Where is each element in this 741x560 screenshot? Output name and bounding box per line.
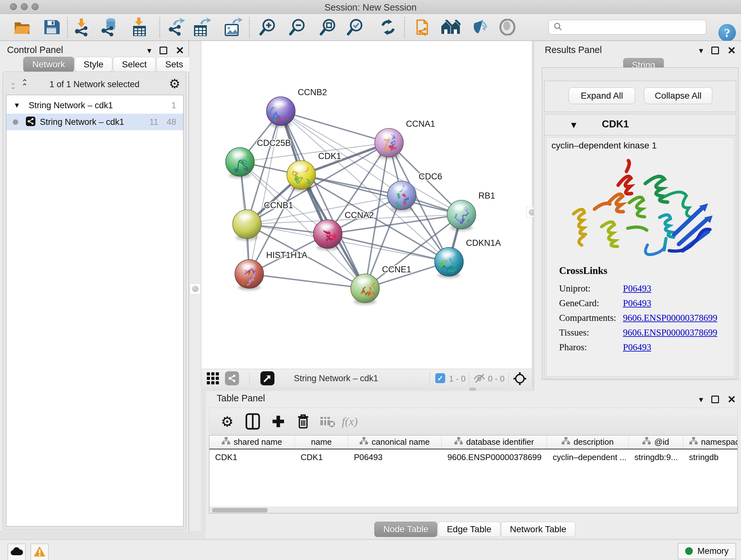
edge-CCNB2-HIST1H1A[interactable] [249,111,281,274]
column-header-description[interactable]: description [547,435,629,449]
tab-node-table[interactable]: Node Table [374,522,437,537]
grid-view-button[interactable] [206,371,220,385]
node-HIST1H1A[interactable]: HIST1H1A [235,250,307,290]
export-network-button[interactable] [166,18,186,38]
node-RB1[interactable]: RB1 [447,191,495,231]
horizontal-divider-handle[interactable] [469,388,476,391]
scrollbar-thumb[interactable] [212,508,268,512]
tab-select[interactable]: Select [113,57,156,72]
collapse-all-button[interactable]: Collapse All [644,87,712,104]
zoom-out-button[interactable] [287,18,307,38]
birdseye-crosshair-icon[interactable] [513,372,527,387]
edge-CCNB2-CCNE1[interactable] [281,111,365,288]
node-CCNA1[interactable]: CCNA1 [375,119,435,159]
network-view-canvas[interactable]: CCNB2CCNA1CDC25BCDK1CDC6RB1CCNB1CCNA2CDK… [201,41,532,369]
maximize-panel-icon[interactable] [711,395,719,403]
close-panel-icon[interactable]: ✕ [727,45,736,56]
network-options-gear-icon[interactable]: ⚙ [169,76,180,91]
zoom-fit-button[interactable] [318,18,337,38]
column-header-@id[interactable]: @id [629,435,683,449]
delete-column-trash-icon[interactable] [294,413,312,430]
main-toolbar: ? [0,14,741,41]
float-panel-icon[interactable]: ▾ [699,395,703,403]
float-panel-icon[interactable]: ▾ [699,46,703,55]
maximize-panel-icon[interactable] [159,47,167,54]
edge-HIST1H1A-CCNE1[interactable] [249,274,365,288]
selected-checkbox[interactable]: ✓ [435,373,445,383]
open-session-button[interactable] [12,18,32,38]
export-image-button[interactable] [223,18,243,38]
tab-network-table[interactable]: Network Table [501,522,576,537]
string-settings-button[interactable] [470,18,490,38]
import-network-from-file-button[interactable] [72,18,91,38]
zoom-in-button[interactable] [257,18,277,38]
collapse-gene-icon[interactable]: ▼ [569,120,578,130]
table-horizontal-scrollbar[interactable] [209,507,738,513]
import-table-from-file-button[interactable] [130,18,149,38]
close-panel-icon[interactable]: ✕ [176,45,184,56]
save-session-button[interactable] [42,18,61,38]
column-header-canonical-name[interactable]: canonical name [348,435,442,449]
node-label: RB1 [478,191,495,200]
network-view-mode-button[interactable] [225,371,239,385]
node-label: HIST1H1A [266,250,307,260]
tab-network[interactable]: Network [23,57,74,72]
column-header-shared-name[interactable]: shared name [209,435,295,449]
expand-all-button[interactable]: Expand All [569,87,635,104]
edge-CCNB2-CCNA1[interactable] [281,111,389,143]
column-header-name[interactable]: name [295,435,348,449]
close-panel-icon[interactable]: ✕ [727,394,736,405]
export-table-button[interactable] [192,18,212,38]
import-network-from-database-button[interactable] [100,18,120,38]
zoom-selected-button[interactable] [345,18,364,38]
node-CDKN1A[interactable]: CDKN1A [434,238,501,278]
cloud-status-button[interactable] [8,544,25,560]
refresh-button[interactable] [378,18,398,38]
help-button[interactable]: ? [718,24,736,42]
crosslink-link[interactable]: P06493 [623,283,651,294]
node-CDC25B[interactable]: CDC25B [226,138,291,178]
tree-attribute-icon [360,437,368,447]
function-builder-icon[interactable]: f(x) [341,413,359,430]
divider-handle[interactable] [190,284,201,294]
table-panel: Table Panel ▾ ✕ ⚙ f(x) shared [206,391,741,538]
delete-table-icon[interactable] [319,413,336,430]
zoom-in-icon [258,18,276,37]
crosslinks-section: CrossLinks Uniprot:P06493GeneCard:P06493… [559,265,731,354]
network-row-selected[interactable]: String Network – cdk1 11 48 [6,114,183,130]
column-header-namespace[interactable]: namespace [683,435,738,449]
search-input[interactable] [565,21,706,34]
node-label: CCNB1 [264,200,293,210]
table-settings-gear-icon[interactable]: ⚙ [218,413,236,430]
show-columns-icon[interactable] [244,413,262,430]
string-glass-ball-button[interactable] [497,18,517,38]
warning-triangle-icon [33,546,46,558]
string-home-button[interactable] [441,18,461,38]
tab-style[interactable]: Style [75,57,112,72]
crosslink-link[interactable]: P06493 [623,298,651,308]
left-panel-divider[interactable] [189,41,201,531]
memory-button[interactable]: Memory [678,543,736,559]
create-column-plus-icon[interactable] [269,413,287,430]
maximize-panel-icon[interactable] [711,47,719,54]
crosslink-link[interactable]: 9606.ENSP00000378699 [623,327,718,338]
node-CCNE1[interactable]: CCNE1 [351,265,411,304]
crosslink-link[interactable]: 9606.ENSP00000378699 [623,313,718,323]
table-cell: stringdb [683,450,738,464]
network-selection-status: 1 of 1 Network selected [3,79,186,89]
hidden-eye-slash-icon[interactable] [473,373,485,385]
node-CCNB1[interactable]: CCNB1 [232,200,293,240]
detach-view-button[interactable] [260,371,274,385]
float-panel-icon[interactable]: ▾ [147,46,151,55]
network-collection-row[interactable]: ▼ String Network – cdk1 1 [6,97,183,114]
tab-sets[interactable]: Sets [156,57,192,72]
gene-card-header[interactable]: ▼ CDK1 [544,114,736,135]
open-folder-icon [13,19,31,37]
column-header-database-identifier[interactable]: database identifier [442,435,547,449]
tab-edge-table[interactable]: Edge Table [438,522,500,537]
crosslink-link[interactable]: P06493 [623,342,651,353]
table-row[interactable]: CDK1CDK1P064939606.ENSP00000378699cyclin… [209,450,738,464]
warning-status-button[interactable] [30,544,49,560]
share-file-button[interactable] [414,18,433,38]
tree-expand-icon[interactable]: ▼ [13,101,20,110]
